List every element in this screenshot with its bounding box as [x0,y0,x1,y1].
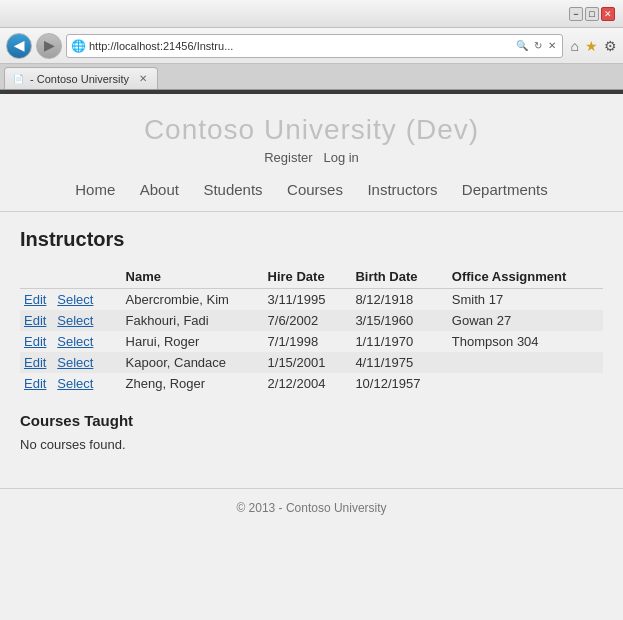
home-icon[interactable]: ⌂ [571,38,579,54]
tab-bar: 📄 - Contoso University ✕ [0,64,623,90]
select-link[interactable]: Select [57,292,93,307]
table-row: Edit Select Zheng, Roger 2/12/2004 10/12… [20,373,603,394]
office-assignment: Gowan 27 [448,310,603,331]
site-footer: © 2013 - Contoso University [0,488,623,527]
search-icon[interactable]: 🔍 [514,40,530,51]
birth-date: 1/11/1970 [351,331,447,352]
back-button[interactable]: ◀ [6,33,32,59]
office-assignment [448,373,603,394]
instructor-name: Fakhouri, Fadi [122,310,264,331]
hire-date: 1/15/2001 [264,352,352,373]
col-office: Office Assignment [448,265,603,289]
page-title: Instructors [20,228,603,251]
address-bar[interactable]: 🌐 http://localhost:21456/Instru... 🔍 ↻ ✕ [66,34,563,58]
hire-date: 7/1/1998 [264,331,352,352]
minimize-button[interactable]: − [569,7,583,21]
hire-date: 2/12/2004 [264,373,352,394]
row-actions: Edit Select [20,331,122,352]
table-row: Edit Select Fakhouri, Fadi 7/6/2002 3/15… [20,310,603,331]
main-nav: Home About Students Courses Instructors … [0,173,623,211]
nav-bar: ◀ ▶ 🌐 http://localhost:21456/Instru... 🔍… [0,28,623,64]
hire-date: 3/11/1995 [264,289,352,311]
nav-about[interactable]: About [140,181,179,198]
tab-title: - Contoso University [30,73,129,85]
instructor-name: Zheng, Roger [122,373,264,394]
row-actions: Edit Select [20,310,122,331]
refresh-icon[interactable]: ↻ [532,40,544,51]
page-content: Contoso University (Dev) Register Log in… [0,94,623,620]
birth-date: 8/12/1918 [351,289,447,311]
nav-students[interactable]: Students [203,181,262,198]
main-content: Instructors Name Hire Date Birth Date Of… [0,212,623,468]
instructors-table: Name Hire Date Birth Date Office Assignm… [20,265,603,394]
footer-text: © 2013 - Contoso University [236,501,386,515]
address-icon: 🌐 [71,39,86,53]
active-tab[interactable]: 📄 - Contoso University ✕ [4,67,158,89]
birth-date: 4/11/1975 [351,352,447,373]
site-title: Contoso University (Dev) [0,114,623,146]
title-bar: − □ ✕ [0,0,623,28]
row-actions: Edit Select [20,289,122,311]
stop-icon: ✕ [546,40,558,51]
nav-departments[interactable]: Departments [462,181,548,198]
office-assignment: Thompson 304 [448,331,603,352]
courses-heading: Courses Taught [20,412,603,429]
login-link[interactable]: Log in [323,150,358,165]
office-assignment: Smith 17 [448,289,603,311]
forward-button[interactable]: ▶ [36,33,62,59]
register-link[interactable]: Register [264,150,312,165]
tab-close-button[interactable]: ✕ [139,73,147,84]
edit-link[interactable]: Edit [24,376,46,391]
select-link[interactable]: Select [57,355,93,370]
table-row: Edit Select Abercrombie, Kim 3/11/1995 8… [20,289,603,311]
instructor-name: Harui, Roger [122,331,264,352]
address-text: http://localhost:21456/Instru... [89,40,511,52]
birth-date: 3/15/1960 [351,310,447,331]
no-courses-text: No courses found. [20,437,603,452]
nav-home[interactable]: Home [75,181,115,198]
site-auth: Register Log in [0,150,623,165]
select-link[interactable]: Select [57,334,93,349]
maximize-button[interactable]: □ [585,7,599,21]
col-actions [20,265,122,289]
favorites-icon[interactable]: ★ [585,38,598,54]
instructor-name: Abercrombie, Kim [122,289,264,311]
edit-link[interactable]: Edit [24,334,46,349]
birth-date: 10/12/1957 [351,373,447,394]
settings-icon[interactable]: ⚙ [604,38,617,54]
col-name: Name [122,265,264,289]
edit-link[interactable]: Edit [24,355,46,370]
edit-link[interactable]: Edit [24,313,46,328]
select-link[interactable]: Select [57,376,93,391]
site-header: Contoso University (Dev) Register Log in [0,94,623,173]
nav-instructors[interactable]: Instructors [367,181,437,198]
row-actions: Edit Select [20,373,122,394]
select-link[interactable]: Select [57,313,93,328]
col-hire-date: Hire Date [264,265,352,289]
col-birth-date: Birth Date [351,265,447,289]
edit-link[interactable]: Edit [24,292,46,307]
close-button[interactable]: ✕ [601,7,615,21]
hire-date: 7/6/2002 [264,310,352,331]
office-assignment [448,352,603,373]
instructor-name: Kapoor, Candace [122,352,264,373]
nav-courses[interactable]: Courses [287,181,343,198]
table-row: Edit Select Kapoor, Candace 1/15/2001 4/… [20,352,603,373]
tab-favicon: 📄 [13,74,24,84]
row-actions: Edit Select [20,352,122,373]
table-row: Edit Select Harui, Roger 7/1/1998 1/11/1… [20,331,603,352]
